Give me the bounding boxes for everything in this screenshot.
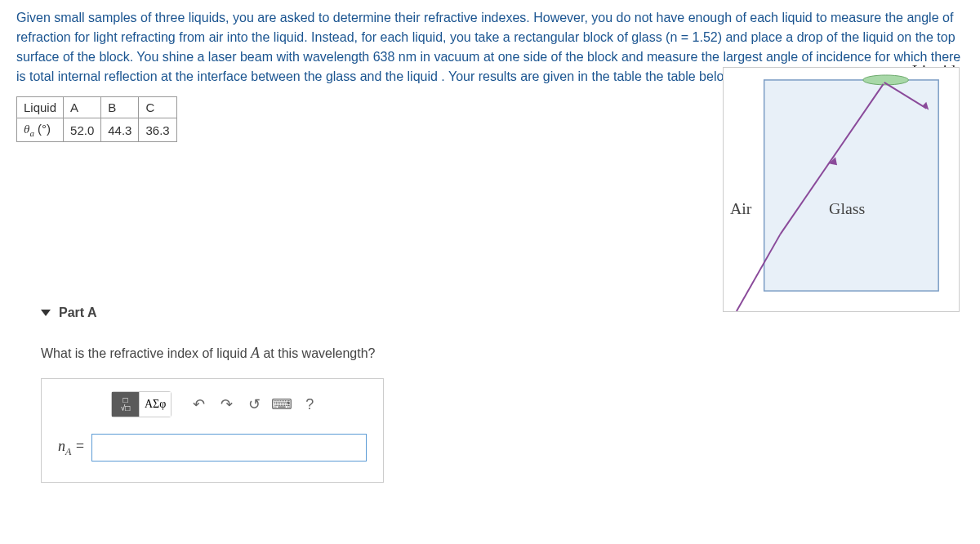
greek-symbols-button[interactable]: ΑΣφ: [140, 392, 171, 417]
part-title: Part A: [59, 305, 97, 320]
template-picker-button[interactable]: □√□: [112, 392, 140, 417]
table-header-c: C: [139, 97, 176, 118]
part-question: What is the refractive index of liquid A…: [41, 345, 964, 362]
redo-button[interactable]: ↷: [214, 392, 238, 417]
reset-icon: ↺: [248, 395, 261, 413]
reset-button[interactable]: ↺: [242, 392, 266, 417]
undo-button[interactable]: ↶: [186, 392, 211, 417]
keyboard-button[interactable]: ⌨: [270, 392, 294, 417]
table-header-liquid: Liquid: [17, 97, 64, 118]
air-text-label: Air: [730, 199, 752, 217]
figure-diagram: Air Glass: [723, 67, 960, 312]
table-value-a: 52.0: [64, 118, 101, 142]
table-row: Liquid A B C: [17, 97, 177, 118]
redo-icon: ↷: [220, 395, 233, 413]
undo-icon: ↶: [193, 395, 205, 413]
svg-rect-0: [764, 80, 939, 291]
caret-down-icon: [41, 310, 51, 316]
table-value-b: 44.3: [101, 118, 139, 142]
fraction-icon: □√□: [121, 396, 131, 412]
answer-input[interactable]: [91, 434, 367, 462]
help-button[interactable]: ?: [297, 392, 322, 417]
table-header-b: B: [101, 97, 139, 118]
glass-text-label: Glass: [829, 199, 865, 217]
table-value-c: 36.3: [139, 118, 176, 142]
keyboard-icon: ⌨: [271, 395, 292, 413]
answer-panel: □√□ ΑΣφ ↶ ↷ ↺ ⌨ ?: [41, 378, 384, 483]
table-row: θa (°) 52.0 44.3 36.3: [17, 118, 177, 142]
answer-variable-label: nA =: [58, 438, 85, 458]
table-theta-label: θa (°): [17, 118, 64, 142]
table-header-a: A: [64, 97, 101, 118]
equation-toolbar: □√□ ΑΣφ ↶ ↷ ↺ ⌨ ?: [111, 391, 367, 417]
data-table: Liquid A B C θa (°) 52.0 44.3 36.3: [16, 96, 177, 142]
